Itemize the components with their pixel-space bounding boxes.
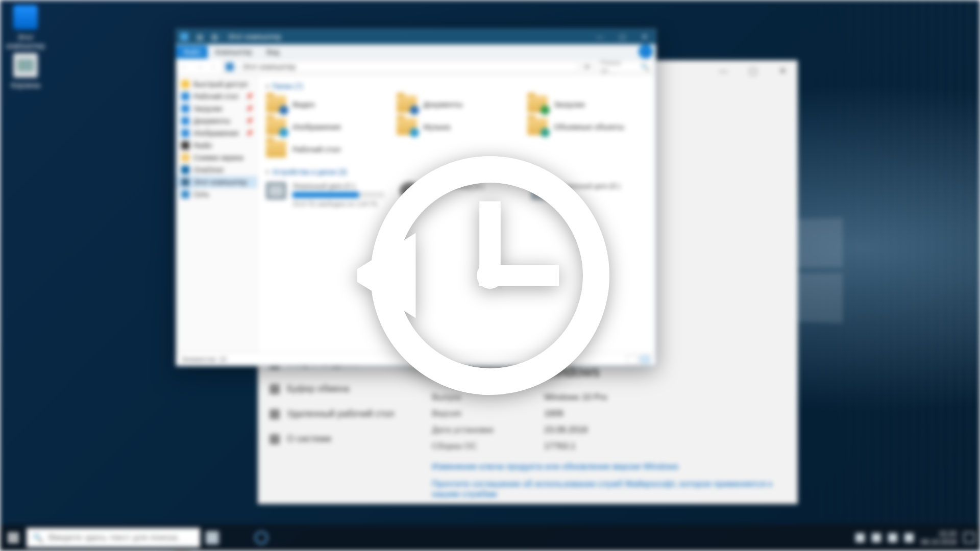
desktop-icon-recycle-bin[interactable]: Корзина (6, 53, 45, 89)
search-icon: 🔍 (641, 63, 649, 71)
nav-forward-button[interactable]: → (193, 61, 205, 72)
taskbar-clock[interactable]: 15:20 08.10.2018 (921, 530, 957, 546)
ribbon-tab-computer[interactable]: Компьютер (208, 45, 259, 59)
spec-key: Дата установки (432, 425, 529, 435)
net-icon (181, 190, 189, 198)
start-button[interactable] (0, 524, 27, 551)
folder-item[interactable]: Изображения (266, 118, 386, 135)
close-button[interactable]: ✕ (633, 29, 656, 44)
folder-item[interactable]: Музыка (397, 118, 517, 135)
drive-item[interactable]: Локальный диск (C:)33,8 ГБ свободно из 1… (266, 182, 384, 208)
tray-volume-icon[interactable] (888, 533, 897, 542)
spec-row: ВыпускWindows 10 Pro (432, 389, 782, 406)
folder-badge-icon (410, 128, 419, 137)
task-view-button[interactable] (200, 524, 225, 551)
breadcrumb[interactable]: Этот компьютер (242, 63, 296, 71)
settings-nav-item[interactable]: Буфер обмена (258, 377, 416, 402)
action-center-button[interactable] (964, 532, 975, 543)
ribbon-tab-file[interactable]: Файл (176, 45, 208, 59)
drive-item[interactable]: Локальный диск (E:) (531, 182, 648, 208)
nav-label: Буфер обмена (287, 384, 349, 394)
maximize-button[interactable]: ▢ (611, 29, 633, 44)
minimize-button[interactable]: — (708, 61, 738, 81)
folder-item[interactable]: Объемные объекты (527, 118, 648, 135)
folder-item[interactable]: Загрузки (527, 95, 648, 113)
drive-free-text: 33,8 ГБ свободно из 118 ГБ (292, 200, 384, 208)
nav-back-button[interactable]: ← (179, 61, 190, 72)
sidebar-item-label: Изображения (193, 129, 238, 137)
folder-badge-icon (279, 106, 288, 115)
spec-key: Выпуск (432, 392, 529, 403)
folder-label: Загрузки (554, 100, 584, 109)
view-tiles-button[interactable] (640, 355, 651, 364)
settings-nav-item[interactable]: О системе (258, 427, 416, 452)
sidebar-item-label: Быстрый доступ (193, 80, 248, 88)
maximize-button[interactable]: ▢ (738, 61, 768, 81)
group-header-folders[interactable]: Папки (7) (264, 79, 650, 93)
taskbar-search[interactable]: 🔍 Введите здесь текст для поиска (27, 528, 200, 547)
spec-row: Версия1809 (432, 406, 782, 422)
sidebar-item-doc[interactable]: Документы📌 (176, 115, 257, 127)
quick-icon (181, 80, 189, 88)
minimize-button[interactable]: — (589, 29, 611, 44)
desktop-icon-label: Этот компьютер (6, 33, 45, 50)
search-input[interactable]: Поиск: Эт… 🔍 (597, 61, 653, 73)
task-view-icon (206, 531, 219, 544)
sidebar-item-shot[interactable]: Снимки экрана (176, 152, 257, 164)
sidebar-item-quick[interactable]: Быстрый доступ (176, 78, 257, 90)
pin-icon: 📌 (246, 93, 253, 100)
img-icon (181, 129, 189, 137)
search-placeholder: Введите здесь текст для поиска (48, 533, 178, 543)
settings-nav-item[interactable]: Удаленный рабочий стол (258, 402, 416, 427)
explorer-titlebar[interactable]: ▤ ▥ Этот компьютер — ▢ ✕ (176, 29, 656, 44)
tray-language-icon[interactable] (904, 533, 914, 542)
address-bar[interactable]: › Этот компьютер (222, 61, 578, 73)
view-details-button[interactable] (626, 355, 638, 364)
ribbon-tab-view[interactable]: Вид (259, 45, 286, 59)
folder-badge-icon (541, 106, 550, 115)
drive-label: DVD-дисковод (D:) (426, 182, 484, 190)
folder-label: Объемные объекты (554, 122, 624, 131)
taskbar-edge-button[interactable] (249, 524, 274, 551)
window-title: Этот компьютер (228, 33, 281, 41)
sidebar-item-img[interactable]: Изображения📌 (176, 127, 257, 139)
od-icon (181, 166, 189, 174)
nav-up-button[interactable]: ↑ (208, 61, 219, 72)
explorer-window[interactable]: ▤ ▥ Этот компьютер — ▢ ✕ Файл Компьютер … (176, 29, 656, 366)
tray-network-icon[interactable] (872, 533, 881, 542)
this-pc-icon (226, 63, 234, 71)
folder-icon (266, 118, 286, 135)
folder-icon (397, 95, 417, 113)
settings-link[interactable]: Изменение ключа продукта или обновление … (432, 462, 782, 472)
close-button[interactable]: ✕ (768, 61, 797, 81)
help-button[interactable] (639, 44, 653, 59)
drive-usage-bar (292, 192, 384, 198)
folder-item[interactable]: Видео (266, 95, 386, 113)
folder-icon (266, 140, 286, 158)
folder-icon (527, 118, 548, 135)
sidebar-item-pc[interactable]: Этот компьютер (176, 176, 257, 188)
search-placeholder: Поиск: Эт… (600, 59, 638, 75)
group-header-drives[interactable]: Устройства и диски (3) (264, 165, 650, 179)
doc-icon (181, 117, 189, 125)
settings-link[interactable]: Прочтите соглашение об использовании слу… (432, 479, 782, 499)
desktop-icon-this-pc[interactable]: Этот компьютер (6, 5, 45, 50)
qat-button[interactable]: ▤ (192, 33, 207, 41)
sidebar-item-vid[interactable]: Radio (176, 139, 257, 152)
qat-button[interactable]: ▥ (207, 33, 222, 41)
search-icon: 🔍 (33, 533, 43, 543)
sidebar-item-dl[interactable]: Загрузки📌 (176, 103, 257, 115)
sidebar-item-net[interactable]: Сеть (176, 188, 257, 201)
folder-item[interactable]: Документы (397, 95, 517, 113)
spec-value: 23.09.2018 (544, 425, 587, 435)
spec-row: Дата установки23.09.2018 (432, 422, 782, 438)
folder-item[interactable]: Рабочий стол (266, 140, 386, 158)
sidebar-item-od[interactable]: OneDrive (176, 164, 257, 176)
dl-icon (181, 105, 189, 113)
taskbar-explorer-button[interactable] (225, 524, 249, 551)
taskbar: 🔍 Введите здесь текст для поиска 15:20 0… (0, 524, 980, 551)
sidebar-item-desk[interactable]: Рабочий стол📌 (176, 90, 257, 103)
drive-item[interactable]: DVD-дисковод (D:) (400, 182, 516, 208)
refresh-button[interactable]: ⟳ (581, 61, 594, 73)
tray-chevron-icon[interactable] (855, 533, 865, 542)
